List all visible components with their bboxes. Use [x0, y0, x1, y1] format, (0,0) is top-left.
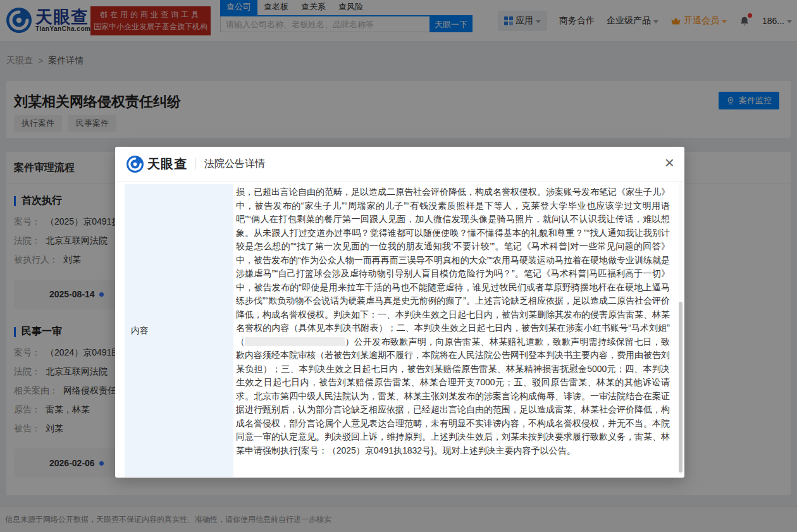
announcement-text-part1: 损，已超出言论自由的范畴，足以造成二原告社会评价降低，构成名誉权侵权。涉案账号发…	[236, 187, 670, 347]
announcement-text: 损，已超出言论自由的范畴，足以造成二原告社会评价降低，构成名誉权侵权。涉案账号发…	[236, 185, 670, 457]
redacted-account-id	[245, 337, 345, 346]
modal-header-divider	[195, 158, 196, 170]
close-icon[interactable]: ×	[665, 154, 674, 171]
modal-header: 天眼查 法院公告详情 ×	[115, 147, 684, 182]
content-cell: 损，已超出言论自由的范畴，足以造成二原告社会评价降低，构成名誉权侵权。涉案账号发…	[233, 184, 676, 477]
announcement-text-part2: ）公开发布致歉声明，向原告雷某、林某赔礼道歉，致歉声明需持续保留七日，致歉内容须…	[236, 337, 670, 455]
tianyancha-logo-icon	[127, 156, 144, 173]
modal-title: 法院公告详情	[204, 158, 265, 171]
modal-brand-text: 天眼查	[147, 156, 187, 173]
court-announcement-modal: 天眼查 法院公告详情 × 内容 损，已超出言论自由的范畴，足以造成二原告社会评价…	[115, 147, 684, 478]
scrollbar-thumb[interactable]	[679, 302, 683, 473]
content-label-cell: 内容	[125, 184, 233, 477]
modal-body: 内容 损，已超出言论自由的范畴，足以造成二原告社会评价降低，构成名誉权侵权。涉案…	[115, 182, 684, 477]
